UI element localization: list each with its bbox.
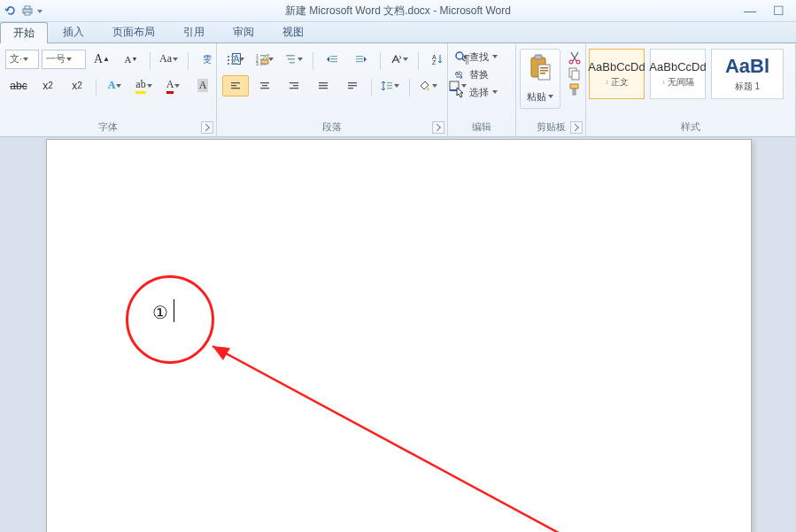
svg-rect-9 (231, 63, 237, 65)
increase-indent-button[interactable] (348, 49, 375, 70)
svg-rect-38 (319, 88, 328, 89)
svg-rect-41 (348, 88, 353, 89)
group-paragraph: 123 AZ ¶ (217, 43, 448, 136)
multilevel-list-button[interactable] (281, 49, 307, 70)
grow-font-button[interactable]: A▲ (89, 49, 115, 70)
align-center-button[interactable] (251, 75, 278, 96)
font-face-value: 文· (10, 52, 22, 66)
char-shading-button[interactable]: A (189, 75, 216, 96)
line-spacing-button[interactable] (377, 75, 404, 96)
superscript-button[interactable]: x2 (64, 75, 90, 96)
font-size-combo[interactable]: 一号 (42, 50, 86, 69)
dropdown-icon (115, 76, 122, 96)
align-right-button[interactable] (281, 75, 307, 96)
svg-rect-52 (538, 65, 550, 80)
svg-rect-29 (231, 88, 240, 89)
paste-icon (528, 50, 553, 87)
window-title: 新建 Microsoft Word 文档.docx - Microsoft Wo… (0, 4, 796, 19)
highlight-button[interactable]: ab (131, 75, 158, 96)
svg-line-48 (462, 58, 465, 61)
style-normal[interactable]: AaBbCcDd ↓正文 (589, 49, 645, 99)
align-distribute-button[interactable] (339, 75, 366, 96)
text-effects-button[interactable]: A (102, 75, 128, 96)
svg-rect-20 (330, 58, 337, 59)
asian-layout-button[interactable] (386, 49, 413, 70)
decrease-indent-button[interactable] (319, 49, 345, 70)
align-justify-button[interactable] (310, 75, 336, 96)
svg-point-4 (228, 56, 229, 58)
style-heading1[interactable]: AaBl 标题 1 (711, 49, 784, 99)
svg-rect-32 (260, 88, 269, 89)
dropdown-icon (22, 50, 29, 68)
style-name-text: 标题 1 (735, 81, 760, 93)
subscript-button[interactable]: x2 (35, 75, 61, 96)
dropdown-icon (146, 76, 153, 96)
leader-icon: ↓ (606, 78, 609, 86)
svg-rect-21 (330, 61, 337, 62)
format-painter-icon[interactable] (568, 82, 582, 96)
svg-point-8 (228, 63, 229, 65)
annotation-circle (126, 275, 214, 364)
svg-point-57 (576, 60, 580, 64)
tab-view[interactable]: 视图 (269, 21, 317, 42)
style-no-spacing[interactable]: AaBbCcDd ↓无间隔 (650, 49, 706, 99)
style-preview-text: AaBbCcDd (649, 60, 706, 73)
font-dialog-launcher[interactable] (201, 121, 213, 134)
align-left-button[interactable] (222, 75, 249, 96)
ribbon: 文· 一号 A▲ A▼ Aa 雯 A abc x2 x2 A ab A A (0, 43, 796, 137)
tab-start[interactable]: 开始 (0, 22, 48, 43)
svg-rect-19 (330, 56, 337, 57)
font-face-combo[interactable]: 文· (5, 50, 39, 69)
dropdown-icon (491, 82, 498, 102)
svg-rect-31 (262, 85, 267, 86)
svg-rect-34 (293, 85, 298, 86)
tab-insert[interactable]: 插入 (50, 21, 97, 42)
paragraph-dialog-launcher[interactable] (432, 121, 444, 134)
tab-references[interactable]: 引用 (170, 21, 218, 42)
change-case-button[interactable]: Aa (156, 49, 182, 70)
group-label-editing: 编辑 (448, 119, 515, 136)
group-clipboard: 粘贴 剪贴板 (516, 43, 586, 136)
shading-button[interactable] (415, 75, 442, 96)
svg-rect-27 (231, 82, 240, 83)
svg-rect-43 (387, 85, 392, 86)
shrink-font-button[interactable]: A▼ (118, 49, 144, 70)
leader-icon: ↓ (662, 78, 666, 86)
paste-label: 粘贴 (527, 90, 546, 104)
svg-point-56 (569, 60, 573, 64)
title-bar: 新建 Microsoft Word 文档.docx - Microsoft Wo… (0, 0, 796, 22)
font-color-button[interactable]: A (160, 75, 187, 96)
dropdown-icon (547, 87, 554, 106)
dropdown-icon (174, 76, 181, 96)
replace-label: 替换 (469, 68, 489, 81)
group-label-styles: 样式 (586, 119, 795, 136)
replace-button[interactable]: ab 替换 (452, 66, 501, 82)
dropdown-icon (267, 50, 274, 69)
numbering-button[interactable]: 123 (251, 49, 278, 70)
dropdown-icon (66, 50, 73, 68)
svg-rect-18 (290, 62, 295, 64)
svg-rect-16 (286, 55, 295, 57)
svg-rect-51 (535, 55, 542, 59)
copy-icon[interactable] (568, 66, 582, 81)
tab-review[interactable]: 审阅 (220, 21, 267, 42)
svg-rect-35 (290, 88, 298, 89)
find-button[interactable]: 查找 (452, 49, 501, 65)
bullets-button[interactable] (222, 49, 249, 70)
font-size-value: 一号 (46, 52, 66, 66)
cut-icon[interactable] (568, 50, 582, 65)
clipboard-dialog-launcher[interactable] (570, 121, 583, 134)
paste-button[interactable]: 粘贴 (520, 49, 560, 109)
style-name-text: 正文 (611, 76, 629, 89)
select-button[interactable]: 选择 (452, 84, 501, 100)
sort-button[interactable]: AZ (424, 49, 451, 70)
style-name-text: 无间隔 (668, 76, 694, 89)
tab-layout[interactable]: 页面布局 (99, 21, 168, 42)
svg-text:Z: Z (432, 59, 437, 66)
svg-text:ab: ab (455, 70, 462, 76)
style-preview-text: AaBl (725, 55, 769, 78)
document-area[interactable]: ① (0, 137, 796, 532)
svg-rect-61 (573, 89, 576, 95)
strikethrough-button[interactable]: abc (5, 75, 32, 96)
dropdown-icon (172, 50, 179, 69)
